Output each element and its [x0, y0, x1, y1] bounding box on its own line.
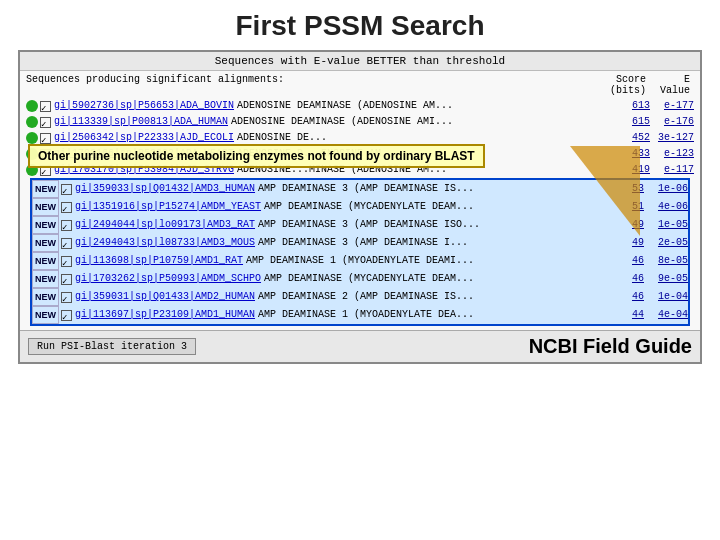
evalue-col-header: E Value — [646, 74, 690, 96]
highlight-overlay: Other purine nucleotide metabolizing enz… — [28, 144, 485, 168]
triangle-decoration — [570, 146, 640, 236]
run-psi-blast-button[interactable]: Run PSI-Blast iteration 3 — [28, 338, 196, 355]
row-checkbox[interactable] — [61, 256, 72, 267]
evalue-value[interactable]: 9e-05 — [644, 271, 688, 287]
row-checkbox[interactable] — [61, 202, 72, 213]
sequence-link[interactable]: gi|113698|sp|P10759|AMD1_RAT — [75, 253, 243, 269]
table-row: gi|113339|sp|P00813|ADA_HUMAN ADENOSINE … — [26, 114, 694, 130]
sequence-link[interactable]: gi|2494044|sp|lo09173|AMD3_RAT — [75, 217, 255, 233]
ncbi-label: NCBI Field Guide — [529, 335, 692, 358]
evalue-value[interactable]: e-177 — [650, 98, 694, 114]
row-checkbox[interactable] — [40, 101, 51, 112]
score-col-header: Score (bits) — [586, 74, 646, 96]
evalue-value[interactable]: 2e-05 — [644, 235, 688, 251]
blast-header: Sequences with E-value BETTER than thres… — [20, 52, 700, 71]
evalue-value[interactable]: e-123 — [650, 146, 694, 162]
new-badge: NEW — [32, 252, 59, 270]
evalue-value[interactable]: 1e-04 — [644, 289, 688, 305]
evalue-value[interactable]: 4e-04 — [644, 307, 688, 323]
score-value[interactable]: 46 — [612, 271, 644, 287]
sequence-desc: AMP DEAMINASE (MYCADENYLATE DEAM... — [264, 199, 612, 215]
main-box: Sequences with E-value BETTER than thres… — [18, 50, 702, 364]
sequence-link[interactable]: gi|359031|sp|Q01433|AMD2_HUMAN — [75, 289, 255, 305]
row-checkbox[interactable] — [61, 238, 72, 249]
sequence-desc: AMP DEAMINASE 1 (MYOADENYLATE DEAMI... — [246, 253, 612, 269]
new-badge: NEW — [32, 306, 59, 324]
sequence-link[interactable]: gi|1703262|sp|P50993|AMDM_SCHPO — [75, 271, 261, 287]
sequence-desc: ADENOSINE DEAMINASE (ADENOSINE AM... — [237, 98, 618, 114]
page-title: First PSSM Search — [0, 0, 720, 50]
sequence-desc: AMP DEAMINASE 3 (AMP DEAMINASE IS... — [258, 181, 612, 197]
green-dot-icon — [26, 100, 38, 112]
sequence-link[interactable]: gi|2494043|sp|l08733|AMD3_MOUS — [75, 235, 255, 251]
table-row: NEWgi|113697|sp|P23109|AMD1_HUMAN AMP DE… — [32, 306, 688, 324]
table-row: gi|5902736|sp|P56653|ADA_BOVIN ADENOSINE… — [26, 98, 694, 114]
table-row: NEWgi|113698|sp|P10759|AMD1_RAT AMP DEAM… — [32, 252, 688, 270]
table-row: NEWgi|359031|sp|Q01433|AMD2_HUMAN AMP DE… — [32, 288, 688, 306]
score-value[interactable]: 46 — [612, 289, 644, 305]
score-value[interactable]: 615 — [618, 114, 650, 130]
sequence-link[interactable]: gi|113339|sp|P00813|ADA_HUMAN — [54, 114, 228, 130]
row-checkbox[interactable] — [61, 220, 72, 231]
table-row: NEWgi|1703262|sp|P50993|AMDM_SCHPO AMP D… — [32, 270, 688, 288]
new-badge: NEW — [32, 198, 59, 216]
evalue-value[interactable]: 3e-127 — [650, 130, 694, 146]
sequence-link[interactable]: gi|1351916|sp|P15274|AMDM_YEAST — [75, 199, 261, 215]
evalue-value[interactable]: e-117 — [650, 162, 694, 178]
score-value[interactable]: 452 — [618, 130, 650, 146]
row-checkbox[interactable] — [61, 184, 72, 195]
row-checkbox[interactable] — [40, 133, 51, 144]
score-value[interactable]: 613 — [618, 98, 650, 114]
new-badge: NEW — [32, 180, 59, 198]
row-checkbox[interactable] — [61, 292, 72, 303]
green-dot-icon — [26, 116, 38, 128]
score-value[interactable]: 46 — [612, 253, 644, 269]
score-value[interactable]: 49 — [612, 235, 644, 251]
sequence-link[interactable]: gi|359033|sp|Q01432|AMD3_HUMAN — [75, 181, 255, 197]
new-badge: NEW — [32, 288, 59, 306]
sequence-desc: AMP DEAMINASE 2 (AMP DEAMINASE IS... — [258, 289, 612, 305]
evalue-value[interactable]: 1e-06 — [644, 181, 688, 197]
sequence-desc: AMP DEAMINASE 3 (AMP DEAMINASE I... — [258, 235, 612, 251]
evalue-value[interactable]: 4e-06 — [644, 199, 688, 215]
footer-bar: Run PSI-Blast iteration 3 NCBI Field Gui… — [20, 330, 700, 362]
new-badge: NEW — [32, 234, 59, 252]
sequence-desc: AMP DEAMINASE (MYCADENYLATE DEAM... — [264, 271, 612, 287]
evalue-value[interactable]: 1e-05 — [644, 217, 688, 233]
row-checkbox[interactable] — [61, 274, 72, 285]
score-value[interactable]: 44 — [612, 307, 644, 323]
sequence-desc: AMP DEAMINASE 3 (AMP DEAMINASE ISO... — [258, 217, 612, 233]
sequence-desc: ADENOSINE DEAMINASE (ADENOSINE AMI... — [231, 114, 618, 130]
evalue-value[interactable]: 8e-05 — [644, 253, 688, 269]
new-badge: NEW — [32, 216, 59, 234]
new-badge: NEW — [32, 270, 59, 288]
green-dot-icon — [26, 132, 38, 144]
sequence-link[interactable]: gi|5902736|sp|P56653|ADA_BOVIN — [54, 98, 234, 114]
alignments-label: Sequences producing significant alignmen… — [26, 74, 284, 96]
row-checkbox[interactable] — [40, 117, 51, 128]
row-checkbox[interactable] — [61, 310, 72, 321]
results-area: gi|5902736|sp|P56653|ADA_BOVIN ADENOSINE… — [20, 96, 700, 328]
table-row: NEWgi|2494043|sp|l08733|AMD3_MOUS AMP DE… — [32, 234, 688, 252]
sequence-link[interactable]: gi|113697|sp|P23109|AMD1_HUMAN — [75, 307, 255, 323]
evalue-value[interactable]: e-176 — [650, 114, 694, 130]
sequence-desc: AMP DEAMINASE 1 (MYOADENYLATE DEA... — [258, 307, 612, 323]
